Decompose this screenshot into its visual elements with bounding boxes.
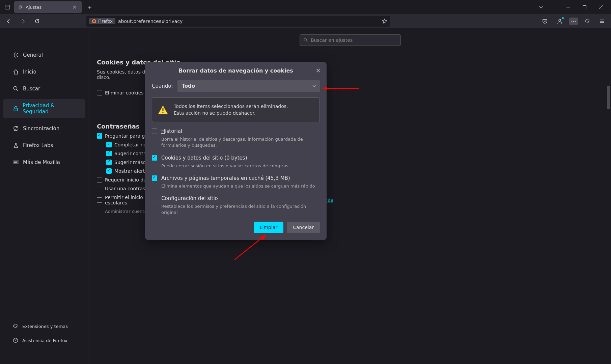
search-icon xyxy=(303,38,308,43)
checkbox-master-password[interactable] xyxy=(97,186,102,191)
opt-label: Archivos y páginas temporales en caché (… xyxy=(161,175,290,181)
checkbox-history[interactable] xyxy=(152,129,157,134)
search-placeholder: Buscar en ajustes xyxy=(311,37,353,43)
svg-point-6 xyxy=(93,20,95,22)
svg-text:m: m xyxy=(14,161,17,164)
warning-line2: Esta acción no se puede deshacer. xyxy=(174,110,288,117)
svg-rect-0 xyxy=(5,5,10,9)
window-minimize-button[interactable] xyxy=(560,1,576,13)
checkbox-ask-save[interactable] xyxy=(97,133,102,139)
dialog-close-button[interactable] xyxy=(314,67,322,74)
flask-icon xyxy=(13,142,19,148)
checkbox-cookies[interactable] xyxy=(152,155,157,161)
identity-label: Firefox xyxy=(98,19,113,24)
browser-tab[interactable]: Ajustes xyxy=(14,1,82,13)
checkbox-suggest-strong[interactable] xyxy=(106,151,112,156)
button-label: Limpiar xyxy=(260,225,277,230)
home-icon xyxy=(13,69,19,75)
svg-rect-17 xyxy=(14,108,18,111)
back-button[interactable] xyxy=(3,16,14,27)
chevron-down-icon xyxy=(312,84,316,88)
sidebar-help-link[interactable]: Asistencia de Firefox xyxy=(0,334,89,346)
svg-rect-23 xyxy=(163,108,164,111)
warning-icon xyxy=(158,105,168,115)
sidebar-footer-label: Asistencia de Firefox xyxy=(22,338,67,343)
checkbox-clear-on-close[interactable] xyxy=(97,90,102,95)
checkbox-cache[interactable] xyxy=(152,175,157,181)
help-icon xyxy=(13,338,18,343)
bookmark-star-button[interactable] xyxy=(382,19,387,24)
checkbox-windows-sso[interactable] xyxy=(97,197,102,203)
tabs-dropdown-button[interactable] xyxy=(533,1,549,13)
settings-main: Buscar en ajustes Cookies y datos del si… xyxy=(89,28,611,364)
svg-point-15 xyxy=(13,86,17,90)
tab-title: Ajustes xyxy=(26,5,41,10)
lock-icon xyxy=(13,106,19,112)
sidebar-item-general[interactable]: General xyxy=(0,49,89,61)
new-tab-button[interactable]: + xyxy=(85,2,94,12)
pocket-button[interactable] xyxy=(539,16,550,27)
content-area: General Inicio Buscar Privacidad & Segur… xyxy=(0,28,611,364)
extensions-button[interactable] xyxy=(582,16,593,27)
close-icon xyxy=(316,68,320,73)
reload-button[interactable] xyxy=(32,16,43,27)
sidebar-extensions-link[interactable]: Extensiones y temas xyxy=(0,320,89,332)
svg-line-27 xyxy=(234,237,263,260)
sidebar-item-mozilla[interactable]: m Más de Mozilla xyxy=(0,156,89,169)
svg-point-7 xyxy=(559,19,561,21)
checkbox-require-os-auth[interactable] xyxy=(97,177,102,183)
checkbox-autofill[interactable] xyxy=(106,142,112,147)
cancel-button[interactable]: Cancelar xyxy=(287,222,320,233)
checkbox-site-settings[interactable] xyxy=(152,196,157,201)
address-bar[interactable]: Firefox about:preferences#privacy xyxy=(86,16,390,27)
close-icon xyxy=(73,5,76,9)
opt-label: Configuración del sitio xyxy=(161,195,218,201)
opt-label: Historial xyxy=(161,128,182,134)
sidebar-item-labs[interactable]: Firefox Labs xyxy=(0,139,89,152)
sidebar-item-label: Firefox Labs xyxy=(23,142,53,148)
tab-close-button[interactable] xyxy=(72,4,78,10)
button-label: Cancelar xyxy=(293,225,314,230)
svg-point-10 xyxy=(575,21,576,22)
forward-button[interactable] xyxy=(18,16,28,27)
settings-sidebar: General Inicio Buscar Privacidad & Segur… xyxy=(0,28,89,364)
timerange-dropdown[interactable]: Todo xyxy=(177,80,320,92)
sidebar-item-home[interactable]: Inicio xyxy=(0,65,89,78)
window-maximize-button[interactable] xyxy=(577,1,592,13)
opt-desc: Restablece los permisos y preferencias d… xyxy=(161,203,320,216)
clear-data-dialog: Borrar datos de navegación y cookies Cua… xyxy=(145,62,327,240)
sidebar-item-privacy[interactable]: Privacidad & Seguridad xyxy=(3,99,85,118)
when-label: Cuando: xyxy=(152,83,173,89)
sidebar-item-label: Privacidad & Seguridad xyxy=(23,103,80,115)
warning-box: Todos los ítems seleccionados serán elim… xyxy=(152,97,320,122)
svg-point-9 xyxy=(573,21,574,22)
warning-line1: Todos los ítems seleccionados serán elim… xyxy=(174,103,288,110)
recent-browsing-button[interactable] xyxy=(3,2,12,12)
sidebar-item-search[interactable]: Buscar xyxy=(0,82,89,95)
opt-desc: Puede cerrar sesión en sitios o vaciar c… xyxy=(161,163,320,169)
sidebar-item-label: General xyxy=(23,52,43,58)
svg-point-14 xyxy=(15,54,17,56)
sidebar-item-label: Sincronización xyxy=(23,125,59,132)
titlebar: Ajustes + xyxy=(0,0,611,14)
checkbox-relay-mask[interactable] xyxy=(106,160,112,165)
mozilla-icon: m xyxy=(13,159,19,165)
identity-badge[interactable]: Firefox xyxy=(89,18,115,24)
gear-icon xyxy=(13,52,19,58)
app-menu-button[interactable] xyxy=(597,16,608,27)
gear-icon xyxy=(18,5,23,9)
sidebar-item-label: Buscar xyxy=(23,86,40,92)
dialog-title: Borrar datos de navegación y cookies xyxy=(178,67,293,74)
clear-button[interactable]: Limpiar xyxy=(254,222,283,233)
svg-point-21 xyxy=(304,38,307,41)
settings-search-input[interactable]: Buscar en ajustes xyxy=(300,34,401,46)
sidebar-item-label: Más de Mozilla xyxy=(23,159,60,165)
account-button[interactable] xyxy=(554,16,565,27)
sidebar-item-sync[interactable]: Sincronización xyxy=(0,122,89,135)
window-close-button[interactable] xyxy=(593,1,608,13)
sync-icon xyxy=(13,125,19,132)
checkbox-breach-alert[interactable] xyxy=(106,168,112,174)
scrollbar-thumb[interactable] xyxy=(607,86,610,109)
overflow-button[interactable] xyxy=(569,18,578,25)
firefox-icon xyxy=(92,19,96,24)
